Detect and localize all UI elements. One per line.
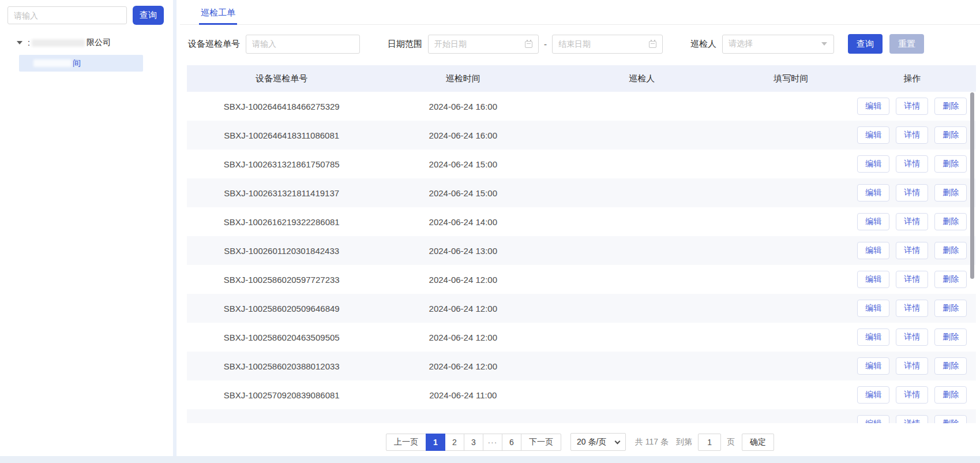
order-no-cell: SBXJ-1002631321811419137 — [187, 188, 376, 198]
row-actions: 编辑详情删除 — [848, 213, 976, 230]
page-size-select[interactable]: 20 条/页 — [570, 433, 626, 451]
detail-button[interactable]: 详情 — [896, 213, 928, 230]
order-no-cell: SBXJ-1002586020597727233 — [187, 275, 376, 285]
order-no-cell: SBXJ-1002586020463509505 — [187, 333, 376, 342]
detail-button[interactable]: 详情 — [896, 271, 928, 288]
edit-button[interactable]: 编辑 — [857, 386, 889, 404]
edit-button[interactable]: 编辑 — [857, 213, 889, 230]
delete-button[interactable]: 删除 — [934, 126, 967, 144]
bottom-strip — [0, 456, 980, 463]
tree-child-node-selected[interactable]: 间 — [19, 55, 143, 72]
caret-down-icon[interactable] — [17, 41, 22, 44]
inspector-select[interactable]: 请选择 — [722, 35, 834, 54]
row-actions: 编辑详情删除 — [848, 271, 976, 288]
delete-button[interactable]: 删除 — [934, 357, 967, 375]
query-button[interactable]: 查询 — [848, 34, 883, 54]
detail-button[interactable]: 详情 — [896, 126, 928, 144]
delete-button[interactable]: 删除 — [934, 213, 967, 230]
sidebar-query-button[interactable]: 查询 — [133, 6, 164, 25]
sidebar: 查询 : 限公司 间 — [0, 0, 177, 456]
column-header: 填写时间 — [734, 73, 848, 84]
confirm-button[interactable]: 确定 — [742, 434, 774, 451]
edit-button[interactable]: 编辑 — [857, 415, 889, 423]
edit-button[interactable]: 编辑 — [857, 126, 889, 144]
row-actions: 编辑详情删除 — [848, 415, 976, 423]
row-actions: 编辑详情删除 — [848, 328, 976, 346]
table-row: SBXJ-10025860203880120332024-06-24 12:00… — [187, 352, 976, 380]
calendar-icon[interactable] — [649, 41, 656, 48]
order-no-label: 设备巡检单号 — [188, 39, 240, 50]
order-no-cell: SBXJ-1002616219322286081 — [187, 217, 376, 227]
detail-button[interactable]: 详情 — [896, 98, 928, 115]
page-button-2[interactable]: 2 — [445, 434, 464, 451]
order-no-input[interactable] — [246, 35, 360, 54]
inspect-time-cell: 2024-06-24 12:00 — [376, 275, 550, 285]
detail-button[interactable]: 详情 — [896, 242, 928, 259]
table-row: SBXJ-10025860205096468492024-06-24 12:00… — [187, 294, 976, 323]
edit-button[interactable]: 编辑 — [857, 184, 889, 201]
order-no-cell: SBXJ-1002631321861750785 — [187, 159, 376, 169]
delete-button[interactable]: 删除 — [934, 98, 967, 115]
start-date-input[interactable] — [428, 35, 539, 54]
prev-page-button[interactable]: 上一页 — [386, 434, 426, 451]
column-header: 操作 — [848, 73, 976, 84]
inspect-time-cell: 2024-06-24 13:00 — [376, 246, 550, 256]
page-button-1[interactable]: 1 — [426, 434, 445, 451]
delete-button[interactable]: 删除 — [934, 300, 967, 317]
tree-parent-label: 限公司 — [87, 38, 111, 48]
detail-button[interactable]: 详情 — [896, 184, 928, 201]
detail-button[interactable]: 详情 — [896, 155, 928, 173]
edit-button[interactable]: 编辑 — [857, 271, 889, 288]
order-no-cell: SBXJ-1002646418311086081 — [187, 130, 376, 140]
tab-inspection-work-order[interactable]: 巡检工单 — [199, 0, 237, 25]
table-row: SBXJ-10025709208390860812024-06-24 11:00… — [187, 380, 976, 409]
calendar-icon[interactable] — [525, 41, 532, 48]
edit-button[interactable]: 编辑 — [857, 242, 889, 259]
page-button-6[interactable]: 6 — [502, 434, 521, 451]
edit-button[interactable]: 编辑 — [857, 328, 889, 346]
order-no-cell: SBXJ-1002586020509646849 — [187, 304, 376, 313]
detail-button[interactable]: 详情 — [896, 357, 928, 375]
detail-button[interactable]: 详情 — [896, 415, 928, 423]
jump-page-input[interactable] — [698, 434, 721, 451]
delete-button[interactable]: 删除 — [934, 184, 967, 201]
redacted-text-block — [33, 59, 72, 67]
detail-button[interactable]: 详情 — [896, 300, 928, 317]
org-tree: : 限公司 间 — [0, 36, 173, 72]
row-actions: 编辑详情删除 — [848, 155, 976, 173]
chevron-down-icon — [821, 42, 827, 46]
page-ellipsis[interactable]: ··· — [483, 434, 502, 451]
edit-button[interactable]: 编辑 — [857, 155, 889, 173]
edit-button[interactable]: 编辑 — [857, 300, 889, 317]
end-date-input[interactable] — [552, 35, 663, 54]
row-actions: 编辑详情删除 — [848, 184, 976, 201]
detail-button[interactable]: 详情 — [896, 386, 928, 404]
delete-button[interactable]: 删除 — [934, 415, 967, 423]
tree-parent-node[interactable]: : 限公司 — [0, 36, 173, 49]
order-no-cell: SBXJ-1002646418466275329 — [187, 102, 376, 111]
delete-button[interactable]: 删除 — [934, 242, 967, 259]
inspect-time-cell: 2024-06-24 12:00 — [376, 361, 550, 371]
delete-button[interactable]: 删除 — [934, 386, 967, 404]
delete-button[interactable]: 删除 — [934, 271, 967, 288]
next-page-button[interactable]: 下一页 — [521, 434, 561, 451]
jump-page-unit: 页 — [727, 437, 735, 447]
row-actions: 编辑详情删除 — [848, 242, 976, 259]
edit-button[interactable]: 编辑 — [857, 98, 889, 115]
inspector-select-placeholder: 请选择 — [729, 39, 753, 49]
column-header: 设备巡检单号 — [187, 73, 376, 84]
sidebar-search-input[interactable] — [7, 6, 127, 24]
inspect-time-cell: 2024-06-24 15:00 — [376, 159, 550, 169]
vertical-scrollbar-thumb[interactable] — [970, 92, 974, 279]
delete-button[interactable]: 删除 — [934, 155, 967, 173]
page-button-3[interactable]: 3 — [464, 434, 483, 451]
detail-button[interactable]: 详情 — [896, 328, 928, 346]
end-date-picker[interactable] — [552, 35, 663, 54]
edit-button[interactable]: 编辑 — [857, 357, 889, 375]
start-date-picker[interactable] — [428, 35, 539, 54]
row-actions: 编辑详情删除 — [848, 357, 976, 375]
inspect-time-cell: 2024-06-24 12:00 — [376, 304, 550, 313]
column-header: 巡检时间 — [376, 73, 550, 84]
reset-button[interactable]: 重置 — [889, 34, 924, 54]
delete-button[interactable]: 删除 — [934, 328, 967, 346]
